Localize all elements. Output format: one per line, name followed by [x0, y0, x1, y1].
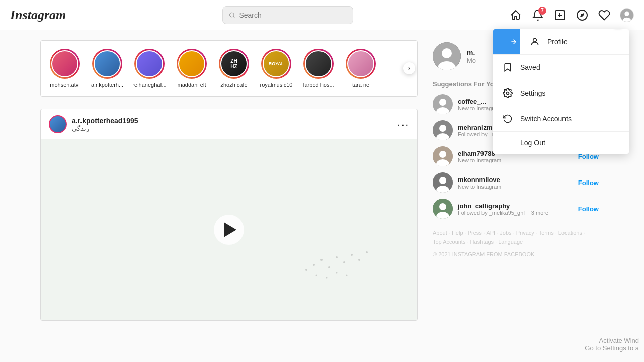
activate-line2: Go to Settings to a [585, 344, 639, 352]
suggestions-title: Suggestions For You [433, 80, 498, 88]
story-item[interactable]: maddahi elt [172, 49, 212, 88]
play-icon [224, 222, 236, 237]
follow-button[interactable]: Follow [578, 179, 599, 187]
dropdown-menu: Profile Saved Settings Switch Accounts L… [493, 29, 629, 154]
svg-point-30 [439, 125, 446, 132]
svg-point-39 [439, 203, 446, 210]
header: Instagram 7 [0, 0, 644, 30]
story-label: reihaneghaf... [132, 82, 166, 88]
svg-marker-6 [580, 13, 584, 17]
svg-point-20 [326, 277, 328, 279]
logout-label: Log Out [502, 139, 545, 147]
svg-point-16 [351, 254, 353, 256]
suggestion-avatar [433, 172, 453, 193]
svg-point-11 [313, 264, 315, 266]
gear-icon [502, 87, 513, 99]
story-label: farbod hos... [303, 82, 334, 88]
post-more-button[interactable]: ··· [397, 119, 409, 130]
post: a.r.kpotterhead1995 زندگی ··· [40, 109, 418, 321]
switch-accounts-label: Switch Accounts [520, 115, 572, 123]
suggestion-username: mkonnmilove [458, 176, 573, 184]
suggestion-sub: New to Instagram [458, 184, 573, 190]
suggestion-avatar [433, 94, 453, 114]
svg-point-27 [439, 99, 446, 106]
profile-menu-content: Profile [529, 36, 568, 47]
svg-point-41 [533, 38, 537, 42]
switch-icon [502, 113, 513, 124]
activity-button[interactable] [598, 9, 611, 22]
stories-next-button[interactable]: › [403, 62, 415, 74]
svg-point-0 [229, 13, 234, 17]
svg-point-42 [507, 92, 509, 95]
logout-menu-item[interactable]: Log Out [493, 132, 629, 154]
sidebar-realname: Mo [467, 57, 476, 64]
search-bar[interactable] [222, 6, 353, 24]
suggestion-sub: Followed by _melika95_ghf + 3 more [458, 210, 573, 216]
suggestion-avatar [433, 199, 453, 219]
svg-point-36 [439, 177, 446, 184]
svg-point-24 [442, 48, 452, 58]
story-label: royalmusic10 [260, 82, 293, 88]
create-button[interactable] [553, 9, 567, 22]
activate-line1: Activate Wind [585, 337, 639, 344]
notifications-button[interactable]: 7 [531, 9, 544, 22]
story-label: a.r.kpotterh... [91, 82, 123, 88]
svg-point-19 [316, 275, 317, 276]
post-avatar [49, 115, 67, 133]
post-user: a.r.kpotterhead1995 زندگی [49, 115, 138, 133]
saved-label: Saved [520, 63, 540, 71]
svg-point-14 [336, 256, 338, 258]
sidebar-username: m. [467, 49, 476, 57]
activate-notice: Activate Wind Go to Settings to a [585, 337, 644, 352]
explore-button[interactable] [576, 9, 589, 22]
story-item[interactable]: mohsen.atvi [45, 49, 85, 88]
story-item[interactable]: ZHHZ zhozh cafe [214, 49, 254, 88]
svg-point-22 [346, 275, 348, 276]
svg-point-12 [320, 259, 323, 261]
copyright: © 2021 INSTAGRAM FROM FACEBOOK [433, 251, 599, 257]
story-item[interactable]: ROYAL royalmusic10 [256, 49, 296, 88]
svg-point-21 [336, 272, 338, 274]
search-icon [229, 12, 235, 19]
stories-container: mohsen.atvi a.r.kpotterh... reihaneghaf.… [40, 40, 418, 97]
story-label: zhozh cafe [220, 82, 247, 88]
post-header: a.r.kpotterhead1995 زندگی ··· [41, 109, 417, 139]
svg-line-1 [233, 16, 234, 17]
footer-links: About · Help · Press · API · Jobs · Priv… [433, 229, 599, 246]
story-item[interactable]: tara ne [341, 49, 381, 88]
svg-point-13 [328, 266, 330, 268]
story-label: maddahi elt [178, 82, 206, 88]
switch-accounts-menu-item[interactable]: Switch Accounts [493, 106, 629, 132]
svg-point-15 [343, 261, 345, 263]
follow-button[interactable]: Follow [578, 205, 599, 213]
story-label: tara ne [352, 82, 369, 88]
sidebar-user-info: m. Mo [467, 49, 476, 64]
story-label: mohsen.atvi [50, 82, 79, 88]
profile-menu-item[interactable]: Profile [493, 29, 629, 55]
svg-point-10 [305, 269, 307, 271]
bookmark-icon [502, 62, 513, 73]
story-item[interactable]: reihaneghaf... [129, 49, 170, 88]
suggestion-item: john_calligraphy Followed by _melika95_g… [433, 199, 599, 219]
post-user-info: a.r.kpotterhead1995 زندگی [72, 117, 138, 132]
story-item[interactable]: a.r.kpotterh... [87, 49, 127, 88]
profile-arrow-indicator [493, 29, 520, 54]
svg-point-18 [366, 251, 368, 253]
header-icons: 7 [509, 8, 634, 22]
person-icon [529, 36, 540, 47]
sidebar-avatar [433, 42, 461, 70]
suggestion-info: john_calligraphy Followed by _melika95_g… [458, 202, 573, 216]
logo: Instagram [10, 8, 66, 23]
suggestion-avatar [433, 120, 453, 140]
post-username: a.r.kpotterhead1995 [72, 117, 138, 125]
settings-menu-item[interactable]: Settings [493, 80, 629, 106]
story-item[interactable]: farbod hos... [298, 49, 339, 88]
profile-avatar-button[interactable] [620, 8, 634, 22]
settings-label: Settings [520, 89, 546, 97]
saved-menu-item[interactable]: Saved [493, 55, 629, 80]
search-input[interactable] [239, 11, 346, 19]
suggestion-item: mkonnmilove New to Instagram Follow [433, 172, 599, 193]
home-button[interactable] [509, 9, 522, 22]
svg-point-8 [624, 11, 629, 16]
play-button[interactable] [214, 215, 244, 245]
